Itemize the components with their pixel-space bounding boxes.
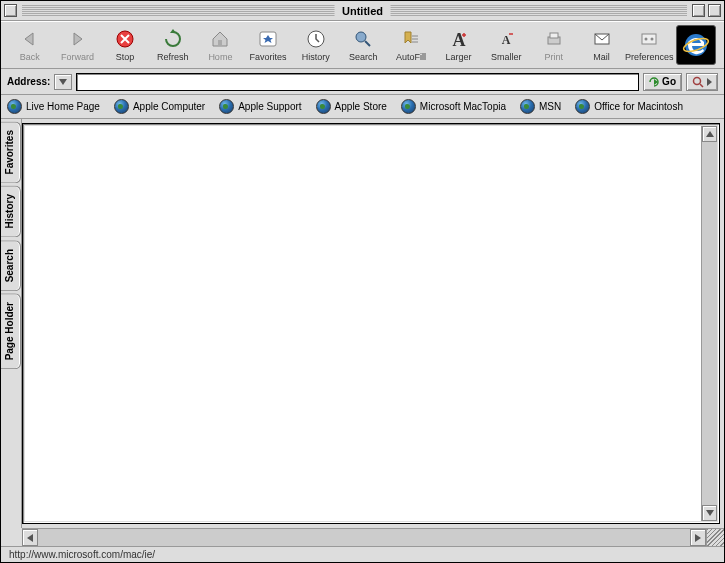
resize-grip[interactable] [706, 528, 724, 546]
globe-icon [219, 99, 234, 114]
bookmark-apple-store[interactable]: Apple Store [316, 99, 387, 114]
scroll-down-button[interactable] [702, 505, 717, 521]
globe-icon [520, 99, 535, 114]
scroll-right-button[interactable] [690, 529, 706, 546]
favorites-button[interactable]: Favorites [245, 23, 291, 67]
svg-rect-8 [550, 33, 558, 38]
magnifier-icon [692, 76, 704, 88]
forward-arrow-icon [65, 27, 89, 51]
globe-icon [7, 99, 22, 114]
refresh-button[interactable]: Refresh [150, 23, 196, 67]
bookmark-msn[interactable]: MSN [520, 99, 561, 114]
print-button[interactable]: Print [531, 23, 577, 67]
svg-rect-10 [642, 34, 656, 44]
tab-history[interactable]: History [1, 185, 21, 237]
svg-point-15 [694, 77, 701, 84]
content-frame [22, 123, 720, 524]
forward-button[interactable]: Forward [55, 23, 101, 67]
address-history-dropdown[interactable] [54, 74, 72, 90]
bookmark-microsoft-mactopia[interactable]: Microsoft MacTopia [401, 99, 506, 114]
back-arrow-icon [18, 27, 42, 51]
tab-page-holder[interactable]: Page Holder [1, 293, 21, 369]
search-options-button[interactable] [686, 73, 718, 91]
smaller-text-icon: A [494, 27, 518, 51]
explorer-bar-tabs: Favorites History Search Page Holder [1, 119, 22, 528]
home-icon [208, 27, 232, 51]
bookmark-apple-support[interactable]: Apple Support [219, 99, 301, 114]
address-input[interactable] [76, 73, 639, 91]
search-icon [351, 27, 375, 51]
preferences-button[interactable]: Preferences [626, 23, 672, 67]
go-button[interactable]: Go [643, 73, 682, 91]
history-button[interactable]: History [293, 23, 339, 67]
scroll-track[interactable] [38, 529, 690, 546]
bookmarks-bar: Live Home Page Apple Computer Apple Supp… [1, 95, 724, 119]
window-title: Untitled [334, 5, 391, 17]
larger-button[interactable]: A Larger [436, 23, 482, 67]
stop-icon [113, 27, 137, 51]
svg-text:A: A [452, 30, 465, 49]
globe-icon [114, 99, 129, 114]
main-toolbar: Back Forward Stop Refresh Home Favorites… [1, 21, 724, 69]
preferences-icon [637, 27, 661, 51]
stop-button[interactable]: Stop [102, 23, 148, 67]
autofill-icon [399, 27, 423, 51]
address-bar: Address: Go [1, 69, 724, 95]
vertical-scrollbar[interactable] [701, 126, 717, 521]
main-area: Favorites History Search Page Holder [1, 119, 724, 528]
refresh-icon [161, 27, 185, 51]
chevron-down-icon [59, 79, 67, 85]
status-bar: http://www.microsoft.com/mac/ie/ [1, 546, 724, 562]
mail-button[interactable]: Mail [579, 23, 625, 67]
scroll-up-button[interactable] [702, 126, 717, 142]
svg-rect-1 [218, 40, 222, 46]
history-icon [304, 27, 328, 51]
browser-window: Untitled Back Forward Stop Refresh Home [0, 0, 725, 563]
horizontal-scrollbar[interactable] [22, 528, 706, 546]
svg-point-11 [645, 38, 648, 41]
collapse-box[interactable] [708, 4, 721, 17]
ie-logo-icon [676, 25, 716, 65]
svg-point-12 [651, 38, 654, 41]
bookmark-apple-computer[interactable]: Apple Computer [114, 99, 205, 114]
titlebar-texture [360, 5, 688, 17]
bookmark-live-home-page[interactable]: Live Home Page [7, 99, 100, 114]
chevron-right-icon [707, 78, 712, 86]
back-button[interactable]: Back [7, 23, 53, 67]
globe-icon [401, 99, 416, 114]
titlebar-texture [22, 5, 350, 17]
globe-icon [575, 99, 590, 114]
svg-point-4 [356, 32, 366, 42]
mail-icon [590, 27, 614, 51]
svg-text:A: A [502, 33, 511, 47]
larger-text-icon: A [447, 27, 471, 51]
address-label: Address: [7, 76, 50, 87]
go-arrow-icon [649, 77, 659, 87]
tab-search[interactable]: Search [1, 240, 21, 291]
home-button[interactable]: Home [198, 23, 244, 67]
autofill-button[interactable]: AutoFill [388, 23, 434, 67]
smaller-button[interactable]: A Smaller [483, 23, 529, 67]
print-icon [542, 27, 566, 51]
globe-icon [316, 99, 331, 114]
scroll-track[interactable] [702, 142, 717, 505]
tab-favorites[interactable]: Favorites [1, 121, 21, 183]
favorites-icon [256, 27, 280, 51]
close-box[interactable] [4, 4, 17, 17]
page-viewport[interactable] [25, 126, 701, 521]
bottom-scroll-row [1, 528, 724, 546]
status-text: http://www.microsoft.com/mac/ie/ [9, 549, 155, 560]
scroll-left-button[interactable] [22, 529, 38, 546]
titlebar: Untitled [1, 1, 724, 21]
bookmark-office-for-macintosh[interactable]: Office for Macintosh [575, 99, 683, 114]
zoom-box[interactable] [692, 4, 705, 17]
search-button[interactable]: Search [340, 23, 386, 67]
